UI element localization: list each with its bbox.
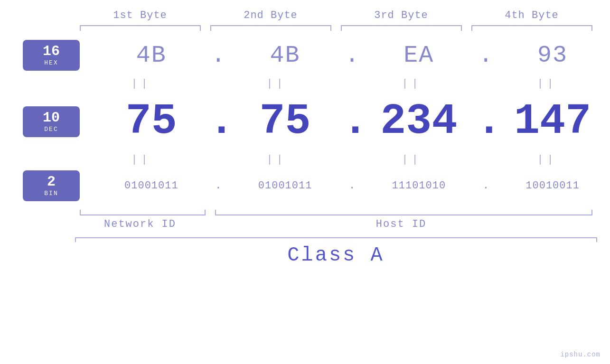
dec-base-label: DEC — [44, 126, 58, 133]
bin-byte-1: 01001011 — [94, 180, 209, 192]
top-brackets — [75, 25, 597, 34]
bin-byte-2: 01001011 — [228, 180, 343, 192]
hex-byte-2: 4B — [228, 42, 343, 69]
dec-byte-2: 75 — [228, 97, 343, 146]
class-bracket-line — [75, 237, 597, 238]
hex-base-number: 16 — [43, 44, 60, 58]
top-bracket-4 — [471, 25, 592, 34]
hex-byte-3: EA — [362, 42, 477, 69]
class-label: Class A — [287, 244, 384, 267]
equals-5: || — [83, 154, 199, 166]
id-labels-row: Network ID Host ID — [75, 218, 597, 230]
bin-dot-2: . — [343, 180, 362, 192]
top-bracket-2 — [210, 25, 331, 34]
bin-base-label: BIN — [44, 190, 58, 197]
bin-row: 2 BIN 01001011 . 01001011 . 11101010 . — [0, 167, 610, 205]
dec-dot-3: . — [476, 97, 495, 146]
hex-dot-3: . — [476, 42, 495, 69]
bin-values-row: 01001011 . 01001011 . 11101010 . 1001001… — [94, 180, 610, 192]
dec-byte-4: 147 — [495, 97, 610, 146]
byte-header-4: 4th Byte — [467, 9, 597, 25]
hex-values-row: 4B . 4B . EA . 93 — [94, 42, 610, 69]
equals-6: || — [218, 154, 335, 166]
hex-byte-4: 93 — [495, 42, 610, 69]
hex-dot-2: . — [343, 42, 362, 69]
byte-header-2: 2nd Byte — [206, 9, 336, 25]
hex-row: 16 HEX 4B . 4B . EA . 93 — [0, 34, 610, 76]
bin-base-number: 2 — [47, 175, 56, 189]
bottom-brackets — [75, 207, 597, 215]
bin-dot-3: . — [476, 180, 495, 192]
byte-header-3: 3rd Byte — [336, 9, 467, 25]
top-bracket-1 — [80, 25, 201, 34]
bin-byte-3: 11101010 — [362, 180, 477, 192]
dec-byte-1: 75 — [94, 97, 209, 146]
bottom-bracket-area — [75, 207, 597, 215]
equals-8: || — [489, 154, 605, 166]
byte-header-1: 1st Byte — [75, 9, 206, 25]
hex-label-box: 16 HEX — [23, 40, 80, 71]
bin-byte-4: 10010011 — [495, 180, 610, 192]
dec-row: 10 DEC 75 . 75 . 234 . 147 — [0, 91, 610, 152]
class-row: Class A — [75, 237, 597, 267]
equals-4: || — [489, 78, 605, 90]
host-id-label: Host ID — [206, 218, 597, 230]
host-bracket — [215, 207, 592, 215]
bin-label-box: 2 BIN — [23, 170, 80, 201]
watermark: ipshu.com — [560, 351, 601, 358]
equals-2: || — [218, 78, 335, 90]
dec-label-box: 10 DEC — [23, 106, 80, 137]
equals-row-1: || || || || — [83, 76, 605, 91]
dec-dot-1: . — [209, 97, 228, 146]
dec-byte-3: 234 — [362, 97, 477, 146]
equals-7: || — [354, 154, 470, 166]
dec-values-row: 75 . 75 . 234 . 147 — [94, 97, 610, 146]
hex-byte-1: 4B — [94, 42, 209, 69]
equals-3: || — [354, 78, 470, 90]
byte-headers: 1st Byte 2nd Byte 3rd Byte 4th Byte — [75, 9, 597, 25]
main-container: 1st Byte 2nd Byte 3rd Byte 4th Byte 16 H… — [0, 0, 610, 364]
network-bracket — [80, 207, 206, 215]
hex-dot-1: . — [209, 42, 228, 69]
bin-dot-1: . — [209, 180, 228, 192]
dec-base-number: 10 — [43, 111, 60, 125]
network-id-label: Network ID — [75, 218, 206, 230]
equals-row-2: || || || || — [83, 152, 605, 167]
top-bracket-3 — [341, 25, 462, 34]
dec-dot-2: . — [343, 97, 362, 146]
hex-base-label: HEX — [44, 59, 58, 66]
equals-1: || — [83, 78, 199, 90]
